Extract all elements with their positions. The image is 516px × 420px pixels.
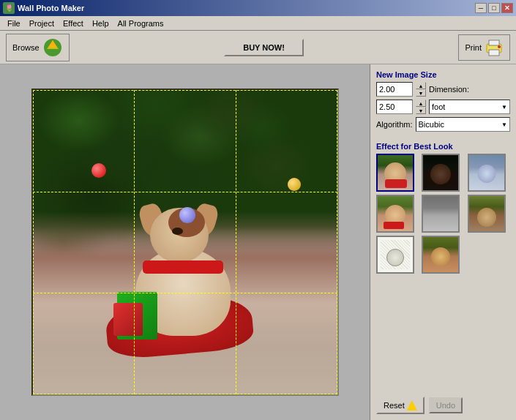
browse-button[interactable]: Browse [6,34,70,61]
dimension-value: foot [432,102,445,111]
bottom-buttons: Reset Undo [376,397,510,414]
window-controls: ─ □ ✕ [475,3,513,13]
dimension-label: Dimension: [429,85,469,94]
height-row: ▲ ▼ foot ▼ [376,100,510,114]
toolbar: Browse BUY NOW! Print [0,31,516,64]
undo-button[interactable]: Undo [429,397,463,413]
height-spinner: ▲ ▼ [416,100,426,114]
image-area [0,64,370,420]
maximize-button[interactable]: □ [488,3,500,13]
photo-canvas[interactable] [31,89,339,396]
svg-rect-5 [489,40,499,45]
browse-icon [42,37,63,58]
effect-thumb-vintage[interactable] [422,236,460,274]
algorithm-label: Algorithm: [376,120,413,129]
menu-project[interactable]: Project [25,18,59,29]
effects-label: Effect for Best Look [376,142,510,151]
ornament-blue [179,207,195,223]
dog-ribbon [143,260,223,274]
effect-thumb-grayscale[interactable] [422,195,460,233]
reset-button[interactable]: Reset [376,397,425,414]
height-input[interactable] [376,100,413,114]
height-up-button[interactable]: ▲ [416,100,426,107]
algorithm-dropdown[interactable]: Bicubic ▼ [416,117,510,132]
width-spinner: ▲ ▼ [416,82,426,97]
width-up-button[interactable]: ▲ [416,82,426,89]
main-content: New Image Size ▲ ▼ Dimension: ▲ ▼ foot [0,64,516,420]
width-row: ▲ ▼ Dimension: [376,82,510,97]
effect-thumb-cool[interactable] [468,154,506,192]
effect-thumb-dark[interactable] [422,154,460,192]
ornament-gold [288,178,301,191]
effect-thumb-original[interactable] [376,154,414,192]
right-panel: New Image Size ▲ ▼ Dimension: ▲ ▼ foot [370,64,516,420]
effects-section: Effect for Best Look [376,142,510,274]
print-icon [485,38,504,57]
menu-file[interactable]: File [3,18,25,29]
algorithm-value: Bicubic [419,120,444,129]
dimension-dropdown-arrow: ▼ [501,104,507,110]
effect-thumb-sepia[interactable] [468,195,506,233]
height-down-button[interactable]: ▼ [416,107,426,114]
effect-thumb-sketch[interactable] [376,236,414,274]
algorithm-row: Algorithm: Bicubic ▼ [376,117,510,132]
title-bar: 🌷 Wall Photo Maker ─ □ ✕ [0,0,516,16]
algorithm-dropdown-arrow: ▼ [501,121,507,128]
close-button[interactable]: ✕ [501,3,513,13]
width-input[interactable] [376,82,413,97]
print-button[interactable]: Print [458,34,510,61]
minimize-button[interactable]: ─ [475,3,487,13]
menu-help[interactable]: Help [88,18,113,29]
new-image-size-label: New Image Size [376,70,510,79]
effect-thumb-warm[interactable] [376,195,414,233]
browse-label: Browse [12,43,40,52]
dog-nose [172,228,183,235]
menu-effect[interactable]: Effect [59,18,88,29]
buy-now-button[interactable]: BUY NOW! [224,39,304,56]
present-2 [113,303,143,336]
new-image-size-section: New Image Size ▲ ▼ Dimension: ▲ ▼ foot [376,70,510,132]
dimension-dropdown[interactable]: foot ▼ [429,100,510,114]
warning-icon [407,400,417,410]
menu-bar: File Project Effect Help All Programs [0,16,516,31]
effects-grid [376,154,510,274]
width-down-button[interactable]: ▼ [416,89,426,97]
svg-point-7 [498,45,501,48]
menu-all-programs[interactable]: All Programs [113,18,168,29]
app-icon: 🌷 [3,2,15,14]
svg-rect-6 [489,50,499,56]
reset-label: Reset [384,401,405,410]
window-title: Wall Photo Maker [18,4,475,12]
print-label: Print [465,43,482,52]
ornament-red [91,163,106,178]
